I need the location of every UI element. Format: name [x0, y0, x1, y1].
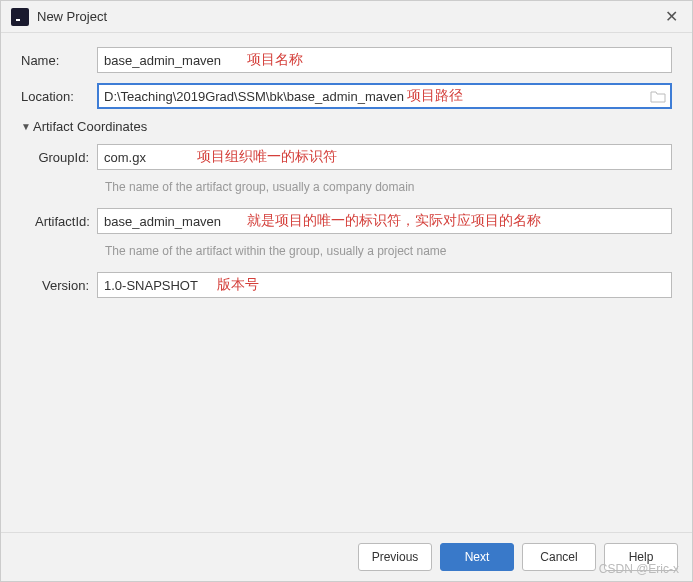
groupid-field-wrap: 项目组织唯一的标识符: [97, 144, 672, 170]
cancel-button[interactable]: Cancel: [522, 543, 596, 571]
close-button[interactable]: ✕: [661, 7, 682, 26]
artifactid-label: ArtifactId:: [35, 214, 97, 229]
name-field-wrap: 项目名称: [97, 47, 672, 73]
groupid-label: GroupId:: [35, 150, 97, 165]
browse-folder-icon[interactable]: [650, 89, 666, 103]
artifact-coordinates-title: Artifact Coordinates: [33, 119, 147, 134]
version-row: Version: 版本号: [35, 272, 672, 298]
artifactid-input[interactable]: [97, 208, 672, 234]
chevron-down-icon: ▼: [21, 121, 33, 132]
location-input[interactable]: [97, 83, 672, 109]
location-row: Location: 项目路径: [21, 83, 672, 109]
artifact-coordinates-header[interactable]: ▼ Artifact Coordinates: [21, 119, 672, 134]
groupid-help: The name of the artifact group, usually …: [105, 180, 672, 194]
svg-rect-0: [14, 11, 26, 23]
artifact-coordinates-body: GroupId: 项目组织唯一的标识符 The name of the arti…: [21, 144, 672, 298]
version-input[interactable]: [97, 272, 672, 298]
previous-button[interactable]: Previous: [358, 543, 432, 571]
name-label: Name:: [21, 53, 97, 68]
name-row: Name: 项目名称: [21, 47, 672, 73]
button-bar: Previous Next Cancel Help: [1, 532, 692, 581]
groupid-input[interactable]: [97, 144, 672, 170]
titlebar: New Project ✕: [1, 1, 692, 33]
window-title: New Project: [37, 9, 661, 24]
groupid-row: GroupId: 项目组织唯一的标识符: [35, 144, 672, 170]
artifactid-field-wrap: 就是项目的唯一的标识符，实际对应项目的名称: [97, 208, 672, 234]
location-field-wrap: 项目路径: [97, 83, 672, 109]
artifactid-row: ArtifactId: 就是项目的唯一的标识符，实际对应项目的名称: [35, 208, 672, 234]
new-project-dialog: New Project ✕ Name: 项目名称 Location: 项目路径 …: [0, 0, 693, 582]
next-button[interactable]: Next: [440, 543, 514, 571]
version-label: Version:: [35, 278, 97, 293]
svg-rect-1: [16, 19, 20, 21]
dialog-content: Name: 项目名称 Location: 项目路径 ▼ Artifact Coo…: [1, 33, 692, 532]
intellij-icon: [11, 8, 29, 26]
watermark: CSDN @Eric-x: [599, 562, 679, 576]
location-label: Location:: [21, 89, 97, 104]
artifactid-help: The name of the artifact within the grou…: [105, 244, 672, 258]
name-input[interactable]: [97, 47, 672, 73]
version-field-wrap: 版本号: [97, 272, 672, 298]
